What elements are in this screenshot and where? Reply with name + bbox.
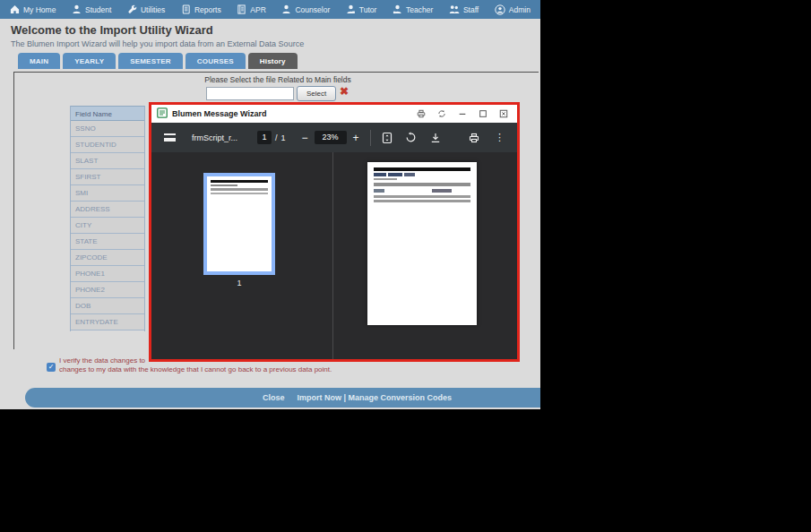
admin-icon <box>495 4 505 15</box>
thumbnail-content-bar <box>211 188 268 191</box>
dialog-title: Blumen Message Wizard <box>172 109 266 118</box>
field-table: Field Name SSNO STUDENTID SLAST SFIRST S… <box>70 106 145 331</box>
nav-item-counselor[interactable]: Counselor <box>277 0 334 19</box>
nav-label: Admin <box>509 5 531 14</box>
zoom-level-input[interactable]: 23% <box>315 131 347 144</box>
apr-icon <box>237 4 246 14</box>
page-content-bar <box>374 195 470 198</box>
page-number-input[interactable]: 1 <box>257 131 272 144</box>
file-path-input[interactable] <box>206 87 294 100</box>
table-row[interactable]: SFIRST <box>71 169 144 185</box>
toolbar-right-group: ⋮ <box>430 132 505 143</box>
thumbnail-content-bar <box>211 184 237 186</box>
table-row[interactable]: SMI <box>71 185 144 202</box>
thumbnail-content-bar <box>211 193 268 194</box>
student-icon <box>72 4 82 14</box>
table-row[interactable]: STATE <box>71 234 144 250</box>
nav-item-admin[interactable]: Admin <box>490 0 535 19</box>
staff-icon <box>449 4 460 14</box>
zoom-controls: − 23% + <box>302 131 359 144</box>
page-content-bar <box>374 178 397 180</box>
page-content-bar <box>374 167 470 171</box>
verify-checkbox[interactable]: ✓ <box>47 363 56 372</box>
nav-label: My Home <box>23 5 56 14</box>
field-table-header: Field Name <box>71 106 144 121</box>
minimize-icon[interactable] <box>458 109 467 118</box>
tab-history[interactable]: History <box>248 53 298 69</box>
counselor-icon <box>281 4 291 14</box>
nav-item-student[interactable]: Student <box>67 0 116 19</box>
table-row[interactable]: ZIPCODE <box>71 250 144 266</box>
refresh-icon[interactable] <box>437 109 446 118</box>
rotate-icon[interactable] <box>405 132 417 143</box>
page-total: 1 <box>281 133 286 142</box>
nav-label: APR <box>250 5 265 14</box>
select-file-button[interactable]: Select <box>297 86 336 101</box>
app-window: My Home Student Utilities Reports APR Co… <box>0 0 540 409</box>
table-row[interactable]: ADDRESS <box>71 202 144 218</box>
tab-semester[interactable]: SEMESTER <box>118 53 183 69</box>
page-title: Welcome to the Import Utility Wizard <box>11 23 213 37</box>
table-row[interactable]: CITY <box>71 218 144 234</box>
nav-item-my-home[interactable]: My Home <box>5 0 60 19</box>
table-row[interactable]: SSNO <box>71 121 144 137</box>
tab-main[interactable]: MAIN <box>18 53 60 69</box>
close-icon[interactable] <box>499 109 508 118</box>
clear-file-icon[interactable]: ✖ <box>340 85 349 98</box>
nav-label: Staff <box>463 5 479 14</box>
nav-item-utilities[interactable]: Utilities <box>123 0 169 19</box>
zoom-in-button[interactable]: + <box>353 133 359 143</box>
footer-actions: CloseImport Now | Manage Conversion Code… <box>263 388 452 408</box>
print-icon[interactable] <box>417 109 426 118</box>
nav-label: Tutor <box>359 5 377 14</box>
table-row[interactable]: DOB <box>71 298 144 314</box>
print-document-icon[interactable] <box>469 133 479 143</box>
fit-page-icon[interactable] <box>382 132 393 144</box>
table-row[interactable]: STUDENTID <box>71 137 144 153</box>
table-row[interactable]: PHONE2 <box>71 282 144 298</box>
footer-separator: | <box>344 393 347 402</box>
table-row[interactable]: ENTRYDATE <box>71 314 144 330</box>
nav-label: Student <box>85 5 111 14</box>
nav-label: Teacher <box>406 5 433 14</box>
page-divider: / <box>275 133 278 142</box>
file-select-prompt: Please Select the file Related to Main f… <box>143 75 412 84</box>
table-row[interactable]: PHONE1 <box>71 266 144 282</box>
nav-item-reports[interactable]: Reports <box>177 0 226 19</box>
tutor-icon <box>346 4 356 14</box>
nav-item-apr[interactable]: APR <box>232 0 270 19</box>
zoom-out-button[interactable]: − <box>302 133 308 143</box>
page-subtitle: The Blumen Import Wizard will help you i… <box>11 39 304 48</box>
tab-yearly[interactable]: YEARLY <box>63 53 116 69</box>
manage-conversion-codes-button[interactable]: Manage Conversion Codes <box>349 393 453 402</box>
top-nav: My Home Student Utilities Reports APR Co… <box>0 0 540 19</box>
import-now-button[interactable]: Import Now <box>298 393 342 402</box>
nav-label: Reports <box>194 5 221 14</box>
tab-courses[interactable]: COURSES <box>185 53 246 69</box>
page-thumbnail[interactable] <box>203 173 275 275</box>
thumbnail-content-bar <box>211 180 268 183</box>
nav-item-staff[interactable]: Staff <box>444 0 483 19</box>
nav-item-tutor[interactable]: Tutor <box>341 0 382 19</box>
menu-icon[interactable] <box>164 133 176 142</box>
thumbnail-page-number: 1 <box>203 279 275 287</box>
table-row[interactable]: SLAST <box>71 153 144 169</box>
verify-line-2: changes to my data with the knowledge th… <box>59 365 355 374</box>
maximize-icon[interactable] <box>479 109 487 118</box>
page-controls: 1 / 1 <box>257 131 286 144</box>
dialog-titlebar: Blumen Message Wizard <box>151 105 517 123</box>
nav-item-teacher[interactable]: Teacher <box>388 0 437 19</box>
teacher-icon <box>393 4 402 14</box>
download-icon[interactable] <box>430 133 441 143</box>
close-button[interactable]: Close <box>263 393 285 402</box>
page-content-bar <box>374 189 384 193</box>
wizard-tabs: MAIN YEARLY SEMESTER COURSES History <box>18 53 298 69</box>
more-options-icon[interactable]: ⋮ <box>495 132 505 143</box>
pdf-viewer-content: 1 <box>151 152 517 359</box>
form-icon <box>157 106 168 122</box>
pdf-page-preview <box>367 162 477 325</box>
utilities-icon <box>127 4 137 14</box>
page-content-bar <box>404 173 415 176</box>
nav-label: Utilities <box>141 5 165 14</box>
page-content-bar <box>374 173 386 176</box>
